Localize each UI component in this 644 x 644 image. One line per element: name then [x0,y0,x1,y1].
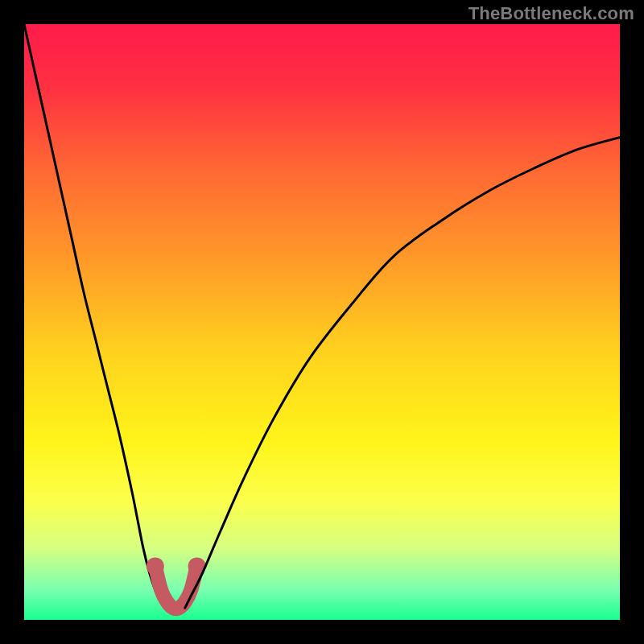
watermark-text: TheBottleneck.com [469,3,634,24]
trough-endpoint [147,557,164,575]
chart-frame: TheBottleneck.com [0,0,644,644]
plot-area [24,24,620,620]
curves-layer [24,24,620,620]
trough-marker [155,566,197,609]
right-curve [185,138,620,609]
left-curve [24,24,167,608]
